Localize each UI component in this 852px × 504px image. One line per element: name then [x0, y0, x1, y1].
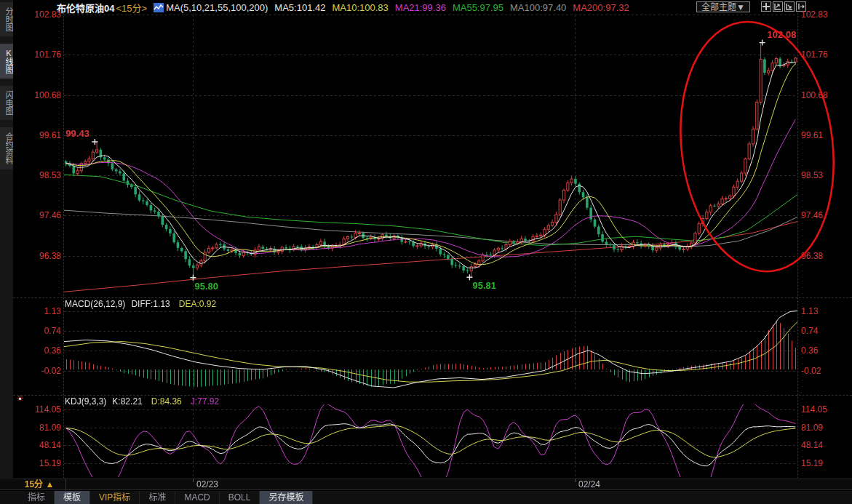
sidebar-item-kline-chart[interactable]: K线图 — [0, 44, 13, 79]
toolbar-tab[interactable]: 另存模板 — [260, 491, 313, 504]
candlestick-chart-canvas[interactable] — [64, 15, 797, 297]
date-label: 02/23 — [196, 479, 218, 489]
crosshair-tool-button[interactable] — [761, 1, 771, 12]
compress-horizontal-axis-button[interactable] — [784, 1, 795, 12]
macd-section-separator — [13, 297, 852, 298]
kdj-settings-sun-icon[interactable]: ✳ — [15, 394, 25, 404]
price-marker-label: 95.80 — [194, 281, 218, 292]
chart-header: 布伦特原油04 <15分> MA(5,10,21,55,100,200) MA5… — [57, 1, 629, 14]
axis-tick-label: 48.14 — [801, 441, 823, 450]
axis-tick-label: 98.53 — [801, 171, 823, 180]
kdj-chart-canvas[interactable] — [64, 404, 797, 477]
axis-tick-label: 0.74 — [15, 327, 61, 336]
line-chart-icon — [154, 3, 164, 12]
sidebar-item-lightning-chart[interactable]: 闪电图 — [0, 86, 13, 120]
axis-tick-label: 81.09 — [15, 423, 61, 433]
macd-chart-canvas[interactable] — [64, 308, 797, 391]
axis-tick-label: 102.83 — [801, 10, 828, 20]
period-selector[interactable]: 15分 ▲ — [13, 479, 66, 490]
axis-tick-label: 0.36 — [15, 346, 61, 356]
kdj-header: KDJ(9,3,3) K:82.21 D:84.36 J:77.92 — [65, 396, 219, 407]
kdj-k-value: K:82.21 — [112, 396, 142, 407]
toolbar-tab[interactable]: 指标 — [19, 491, 55, 504]
left-sidebar: 分时图 K线图 闪电图 合约资料 — [0, 0, 14, 478]
toolbar-tab[interactable]: 模板 — [55, 491, 90, 504]
symbol-title: 布伦特原油04 — [57, 1, 114, 15]
ma-params-label: MA(5,10,21,55,100,200) — [166, 2, 268, 13]
axis-tick-label: -0.02 — [15, 367, 61, 376]
chart-tool-buttons — [761, 1, 806, 12]
macd-macd-value: MACD:0.41 — [225, 299, 270, 309]
sidebar-item-timeshare-chart[interactable]: 分时图 — [0, 2, 13, 36]
ma5-value: MA5:101.42 — [274, 2, 325, 13]
axis-tick-label: 97.46 — [15, 211, 61, 220]
price-marker-label: 99.43 — [65, 128, 89, 139]
macd-header: MACD(26,12,9) DIFF:1.13 DEA:0.92 MACD:0.… — [65, 299, 270, 309]
kdj-section-separator — [13, 395, 852, 396]
axis-tick-label: 100.68 — [15, 91, 61, 100]
plot-right-border — [797, 13, 798, 478]
axis-tick-label: -0.02 — [801, 367, 821, 376]
axis-tick-label: 101.76 — [15, 50, 61, 60]
axis-tick-label: 99.61 — [15, 131, 61, 140]
ma10-value: MA10:100.83 — [332, 2, 388, 13]
toolbar-tab[interactable]: VIP指标 — [90, 491, 140, 504]
axis-tick-label: 1.13 — [15, 307, 61, 316]
axis-tick-label: 0.74 — [801, 327, 818, 336]
axis-tick-label: 48.14 — [15, 441, 61, 450]
axis-tick-label: 114.05 — [15, 405, 61, 415]
toolbar-tab[interactable]: 标准 — [140, 491, 175, 504]
axis-tick-label: 15.19 — [15, 459, 61, 468]
ma200-value: MA200:97.32 — [573, 2, 629, 13]
axis-tick-label: 96.38 — [801, 252, 823, 261]
theme-dropdown-button[interactable]: 全部主题▼ — [696, 1, 750, 12]
axis-tick-label: 15.19 — [801, 459, 823, 468]
date-axis-row — [0, 479, 852, 490]
axis-tick-label: 98.53 — [15, 171, 61, 180]
axis-tick-label: 97.46 — [801, 211, 823, 220]
price-marker-label: 95.81 — [472, 280, 496, 291]
compress-vertical-axis-button[interactable] — [773, 1, 783, 12]
ma21-value: MA21:99.36 — [395, 2, 446, 13]
period-indicator: <15分> — [116, 1, 147, 15]
axis-tick-label: 81.09 — [801, 423, 823, 433]
toolbar-tab[interactable]: BOLL — [220, 491, 260, 504]
price-marker-label: 102.08 — [768, 29, 797, 40]
date-tick — [575, 479, 576, 482]
axis-tick-label: 0.36 — [801, 346, 818, 356]
axis-tick-label: 114.05 — [801, 405, 827, 415]
macd-dea-value: DEA:0.92 — [179, 299, 216, 309]
axis-tick-label: 101.76 — [801, 50, 828, 60]
axis-tick-label: 99.61 — [801, 131, 823, 140]
axis-tick-label: 102.83 — [15, 10, 61, 20]
date-label: 02/24 — [578, 479, 600, 489]
macd-diff-value: DIFF:1.13 — [131, 299, 170, 309]
axis-tick-label: 1.13 — [801, 307, 818, 316]
axis-tick-label: 100.68 — [801, 91, 828, 100]
sidebar-item-contract-info[interactable]: 合约资料 — [0, 127, 13, 169]
kdj-params-label: KDJ(9,3,3) — [65, 396, 106, 407]
ma100-value: MA100:97.40 — [510, 2, 566, 13]
ma55-value: MA55:97.95 — [453, 2, 503, 13]
axis-tick-label: 96.38 — [15, 252, 61, 261]
toolbar-tab[interactable]: MACD — [175, 491, 219, 504]
date-tick — [193, 479, 194, 482]
kdj-j-value: J:77.92 — [191, 396, 219, 407]
macd-params-label: MACD(26,12,9) — [65, 299, 125, 309]
bottom-toolbar: 指标模板VIP指标标准MACDBOLL另存模板 — [0, 491, 852, 504]
trading-app-window: 分时图 K线图 闪电图 合约资料 布伦特原油04 <15分> MA(5,10,2… — [0, 0, 852, 504]
kdj-d-value: D:84.36 — [151, 396, 182, 407]
